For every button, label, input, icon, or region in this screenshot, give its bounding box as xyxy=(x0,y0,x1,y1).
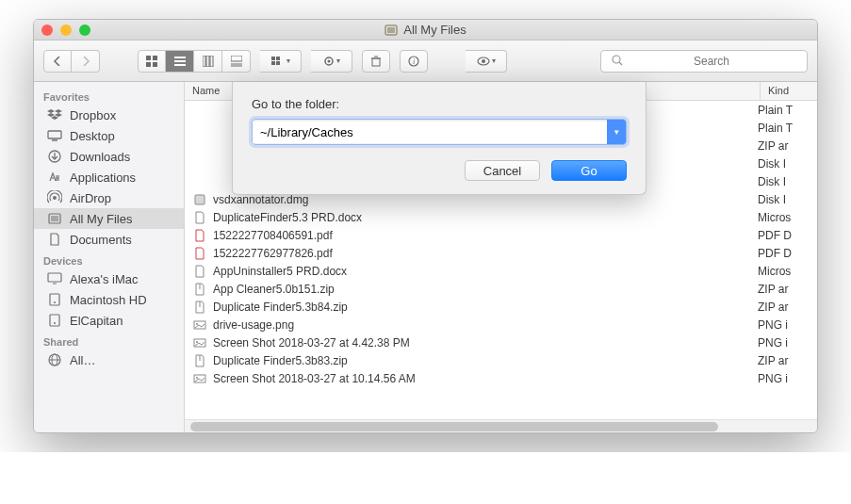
png-icon xyxy=(192,371,207,386)
svg-point-45 xyxy=(54,322,56,324)
search-input[interactable] xyxy=(600,50,808,73)
file-row[interactable]: AppUninstaller5 PRD.docxMicros xyxy=(185,262,817,280)
file-row[interactable]: Duplicate Finder5.3b84.zipZIP ar xyxy=(185,298,817,316)
coverflow-view-button[interactable] xyxy=(222,50,251,73)
dmg-icon xyxy=(192,192,207,207)
file-row[interactable]: Screen Shot 2018-03-27 at 4.42.38 PMPNG … xyxy=(185,333,817,351)
file-row[interactable]: Screen Shot 2018-03-27 at 10.14.56 AMPNG… xyxy=(185,369,817,387)
apps-icon xyxy=(47,170,62,185)
png-icon xyxy=(192,335,207,350)
file-icon xyxy=(192,121,207,136)
icon-view-button[interactable] xyxy=(138,50,166,73)
file-kind: Micros xyxy=(758,265,810,278)
info-button[interactable]: i xyxy=(400,50,428,73)
file-kind: Disk I xyxy=(758,193,810,206)
sidebar-item-label: Alexa's iMac xyxy=(70,272,139,286)
file-row[interactable]: DuplicateFinder5.3 PRD.docxMicros xyxy=(185,208,817,226)
trash-button[interactable] xyxy=(362,50,390,73)
file-name: Duplicate Finder5.3b84.zip xyxy=(213,301,758,314)
zip-icon xyxy=(192,282,207,297)
pdf-icon xyxy=(192,228,207,243)
file-row[interactable]: drive-usage.pngPNG i xyxy=(185,316,817,333)
sidebar-item-dropbox[interactable]: Dropbox xyxy=(34,105,184,125)
list-view-button[interactable] xyxy=(166,50,194,73)
back-button[interactable] xyxy=(43,50,72,73)
nav-buttons xyxy=(43,50,100,73)
file-kind: ZIP ar xyxy=(758,301,810,314)
column-kind[interactable]: Kind xyxy=(761,82,817,100)
file-name: 1522227708406591.pdf xyxy=(213,229,758,242)
file-kind: Plain T xyxy=(758,104,810,117)
sidebar-item-label: Downloads xyxy=(70,150,130,164)
file-kind: Micros xyxy=(758,211,810,224)
file-name: AppUninstaller5 PRD.docx xyxy=(213,265,758,278)
arrange-button[interactable]: ▾ xyxy=(260,50,302,73)
sidebar-item-downloads[interactable]: Downloads xyxy=(34,146,184,167)
zip-icon xyxy=(192,300,207,315)
quicklook-button[interactable]: ▾ xyxy=(466,50,507,73)
sidebar-item-elcapitan[interactable]: ElCapitan xyxy=(34,310,184,331)
sidebar-item-desktop[interactable]: Desktop xyxy=(34,125,184,146)
file-name: Screen Shot 2018-03-27 at 4.42.38 PM xyxy=(213,336,758,350)
folder-path-input[interactable] xyxy=(253,122,607,143)
file-name: 1522227762977826.pdf xyxy=(213,247,758,260)
sidebar-item-airdrop[interactable]: AirDrop xyxy=(34,187,184,208)
folder-history-dropdown[interactable]: ▾ xyxy=(607,120,626,144)
search-wrap xyxy=(516,50,808,73)
horizontal-scrollbar[interactable] xyxy=(185,419,817,432)
file-kind: PDF D xyxy=(758,229,810,242)
png-icon xyxy=(192,317,207,333)
scrollbar-thumb[interactable] xyxy=(190,422,718,431)
sidebar-section-header: Favorites xyxy=(34,86,184,105)
chevron-down-icon: ▾ xyxy=(286,57,290,65)
titlebar: All My Files xyxy=(34,20,817,41)
file-kind: Disk I xyxy=(758,157,810,171)
hdd-icon xyxy=(47,292,62,307)
file-name: Duplicate Finder5.3b83.zip xyxy=(213,354,758,367)
zip-icon xyxy=(192,353,207,368)
action-button[interactable]: ▾ xyxy=(311,50,352,73)
action-group: ▾ xyxy=(311,50,352,73)
file-row[interactable]: Duplicate Finder5.3b83.zipZIP ar xyxy=(185,351,817,369)
file-name: App Cleaner5.0b151.zip xyxy=(213,283,758,296)
folder-path-field: ▾ xyxy=(252,119,627,145)
svg-rect-11 xyxy=(203,56,205,67)
svg-rect-49 xyxy=(195,195,205,204)
file-kind: PNG i xyxy=(758,372,810,385)
allfiles-icon xyxy=(47,211,62,226)
imac-icon xyxy=(47,271,62,286)
sidebar-item-all-[interactable]: All… xyxy=(34,350,184,370)
globe-icon xyxy=(47,352,62,367)
file-row[interactable]: 1522227708406591.pdfPDF D xyxy=(185,226,817,244)
svg-rect-40 xyxy=(48,273,61,282)
search-icon xyxy=(612,55,623,66)
svg-rect-42 xyxy=(50,294,59,305)
file-row[interactable]: App Cleaner5.0b151.zipZIP ar xyxy=(185,280,817,298)
forward-button[interactable] xyxy=(72,50,100,73)
file-icon xyxy=(192,138,207,154)
svg-point-22 xyxy=(327,59,330,62)
cancel-button[interactable]: Cancel xyxy=(465,160,540,181)
file-row[interactable]: 1522227762977826.pdfPDF D xyxy=(185,244,817,262)
sidebar-item-all-my-files[interactable]: All My Files xyxy=(34,208,184,229)
svg-rect-6 xyxy=(146,62,151,67)
go-button[interactable]: Go xyxy=(551,160,627,181)
sidebar-item-label: Applications xyxy=(70,171,136,185)
arrange-group: ▾ xyxy=(260,50,302,73)
sidebar-item-documents[interactable]: Documents xyxy=(34,229,184,250)
documents-icon xyxy=(47,232,62,247)
sidebar-item-applications[interactable]: Applications xyxy=(34,167,184,187)
downloads-icon xyxy=(47,149,62,164)
sidebar-item-alexa-s-imac[interactable]: Alexa's iMac xyxy=(34,268,184,289)
allfiles-icon xyxy=(385,24,398,37)
svg-point-30 xyxy=(613,56,620,63)
share-group: ▾ xyxy=(466,50,507,73)
sidebar-section-header: Devices xyxy=(34,250,184,268)
chevron-down-icon: ▾ xyxy=(614,127,619,137)
sidebar-item-macintosh-hd[interactable]: Macintosh HD xyxy=(34,289,184,310)
svg-rect-13 xyxy=(210,56,213,67)
svg-rect-7 xyxy=(153,62,157,67)
column-view-button[interactable] xyxy=(194,50,222,73)
file-icon xyxy=(192,174,207,189)
sidebar-item-label: Dropbox xyxy=(70,108,116,122)
